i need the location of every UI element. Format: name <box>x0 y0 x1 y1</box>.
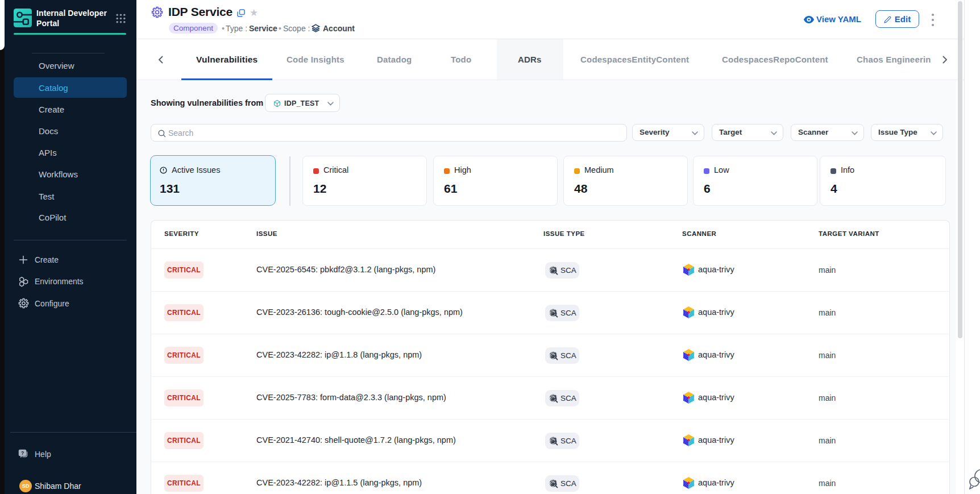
svg-text:?: ? <box>21 450 24 456</box>
